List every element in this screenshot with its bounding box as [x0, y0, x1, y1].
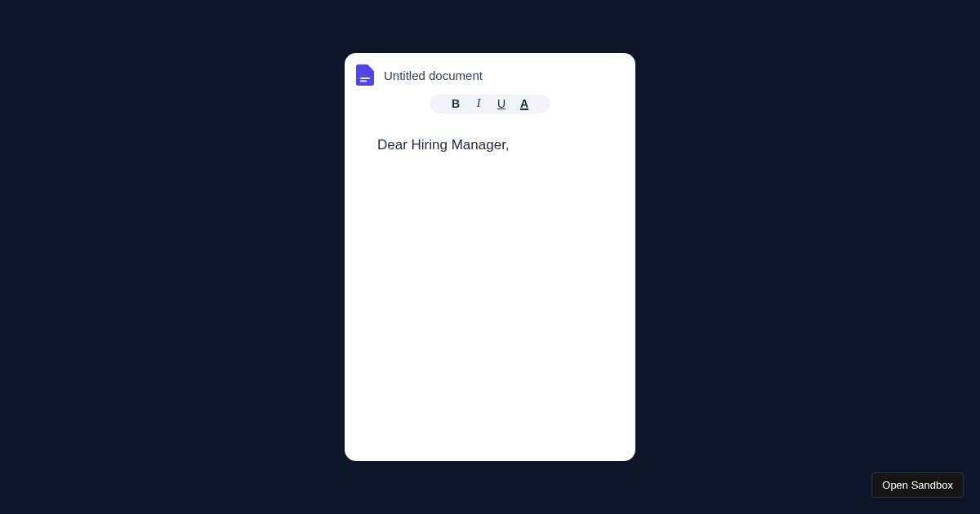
underline-button[interactable]: U — [496, 97, 507, 110]
bold-button[interactable]: B — [450, 97, 461, 110]
document-title: Untitled document — [384, 69, 483, 82]
document-icon — [356, 64, 374, 86]
document-content-area[interactable]: Dear Hiring Manager, — [345, 128, 635, 461]
open-sandbox-button[interactable]: Open Sandbox — [871, 472, 964, 498]
text-color-button[interactable]: A — [519, 97, 530, 110]
document-text: Dear Hiring Manager, — [377, 135, 603, 156]
document-card: Untitled document B I U A Dear Hiring Ma… — [345, 53, 635, 461]
svg-rect-1 — [360, 81, 367, 82]
italic-button[interactable]: I — [473, 97, 484, 110]
svg-rect-0 — [360, 78, 370, 79]
document-header: Untitled document — [345, 64, 635, 94]
formatting-toolbar: B I U A — [430, 94, 550, 113]
